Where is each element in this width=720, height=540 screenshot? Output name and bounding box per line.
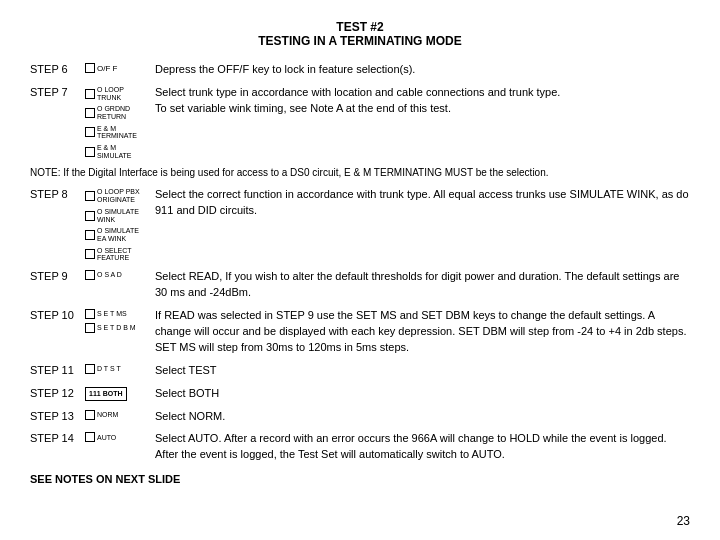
step-7-row: STEP 7 O LOOPTRUNK O GRDNDRETURN E & MTE… xyxy=(30,85,690,160)
page: TEST #2 TESTING IN A TERMINATING MODE ST… xyxy=(0,0,720,540)
checkbox-icon xyxy=(85,309,95,319)
step-13-label: STEP 13 xyxy=(30,409,85,422)
step-11-icon: D T S T xyxy=(85,363,155,374)
step-8-row: STEP 8 O LOOP PBXORIGINATE O SIMULATEWIN… xyxy=(30,187,690,262)
key-label: O SELECTFEATURE xyxy=(97,247,132,262)
key-label: AUTO xyxy=(97,434,116,441)
step-13-desc: Select NORM. xyxy=(155,409,690,425)
step-14-desc: Select AUTO. After a record with an erro… xyxy=(155,431,690,463)
key-label: O LOOP PBXORIGINATE xyxy=(97,188,140,203)
page-number: 23 xyxy=(677,514,690,528)
step-9-row: STEP 9 O S A D Select READ, If you wish … xyxy=(30,269,690,301)
key-label: O LOOPTRUNK xyxy=(97,86,124,101)
step-14-row: STEP 14 AUTO Select AUTO. After a record… xyxy=(30,431,690,463)
step-9-desc: Select READ, If you wish to alter the de… xyxy=(155,269,690,301)
checkbox-icon xyxy=(85,108,95,118)
checkbox-icon xyxy=(85,249,95,259)
step-11-desc: Select TEST xyxy=(155,363,690,379)
step-6-label: STEP 6 xyxy=(30,62,85,75)
checkbox-icon xyxy=(85,270,95,280)
checkbox-icon xyxy=(85,89,95,99)
step-11-row: STEP 11 D T S T Select TEST xyxy=(30,363,690,379)
step-12-label: STEP 12 xyxy=(30,386,85,399)
step-10-icon: S E T MS S E T D B M xyxy=(85,308,155,333)
checkbox-icon xyxy=(85,147,95,157)
key-label: S E T MS xyxy=(97,310,127,317)
step-12-row: STEP 12 111 BOTH Select BOTH xyxy=(30,386,690,402)
step-14-label: STEP 14 xyxy=(30,431,85,444)
step-11-label: STEP 11 xyxy=(30,363,85,376)
key-label: NORM xyxy=(97,411,118,418)
step-7-desc: Select trunk type in accordance with loc… xyxy=(155,85,690,117)
step-9-icon: O S A D xyxy=(85,269,155,280)
step-12-desc: Select BOTH xyxy=(155,386,690,402)
step-10-label: STEP 10 xyxy=(30,308,85,321)
step-7-label: STEP 7 xyxy=(30,85,85,98)
key-label: O GRDNDRETURN xyxy=(97,105,130,120)
key-label: O SIMULATEEA WINK xyxy=(97,227,139,242)
checkbox-icon xyxy=(85,230,95,240)
checkbox-icon xyxy=(85,432,95,442)
step-13-row: STEP 13 NORM Select NORM. xyxy=(30,409,690,425)
key-label: O S A D xyxy=(97,271,122,278)
key-label: S E T D B M xyxy=(97,324,136,331)
step-10-desc: If READ was selected in STEP 9 use the S… xyxy=(155,308,690,356)
title-line1: TEST #2 xyxy=(30,20,690,34)
step-6-icon: O/F F xyxy=(85,62,155,73)
checkbox-icon xyxy=(85,127,95,137)
step-13-icon: NORM xyxy=(85,409,155,420)
see-notes: SEE NOTES ON NEXT SLIDE xyxy=(30,473,690,485)
both-key-label: 111 xyxy=(89,390,101,397)
step-14-icon: AUTO xyxy=(85,431,155,442)
step-7-icon: O LOOPTRUNK O GRDNDRETURN E & MTERMINATE… xyxy=(85,85,155,160)
key-label: D T S T xyxy=(97,365,121,372)
checkbox-icon xyxy=(85,191,95,201)
title-block: TEST #2 TESTING IN A TERMINATING MODE xyxy=(30,20,690,48)
checkbox-icon xyxy=(85,63,95,73)
key-label: O SIMULATEWINK xyxy=(97,208,139,223)
step-9-label: STEP 9 xyxy=(30,269,85,282)
step-6-desc: Depress the OFF/F key to lock in feature… xyxy=(155,62,690,78)
both-key-icon: 111 BOTH xyxy=(85,387,127,401)
checkbox-icon xyxy=(85,323,95,333)
both-text: BOTH xyxy=(103,390,123,397)
checkbox-icon xyxy=(85,410,95,420)
step-10-row: STEP 10 S E T MS S E T D B M If READ was… xyxy=(30,308,690,356)
key-label: O/F F xyxy=(97,64,117,73)
step-12-icon: 111 BOTH xyxy=(85,386,155,401)
step-6-row: STEP 6 O/F F Depress the OFF/F key to lo… xyxy=(30,62,690,78)
key-label: E & MSIMULATE xyxy=(97,144,132,159)
checkbox-icon xyxy=(85,211,95,221)
checkbox-icon xyxy=(85,364,95,374)
step-8-icon: O LOOP PBXORIGINATE O SIMULATEWINK O SIM… xyxy=(85,187,155,262)
step-8-desc: Select the correct function in accordanc… xyxy=(155,187,690,219)
key-label: E & MTERMINATE xyxy=(97,125,137,140)
title-line2: TESTING IN A TERMINATING MODE xyxy=(30,34,690,48)
note-row: NOTE: If the Digital Interface is being … xyxy=(30,166,690,180)
step-8-label: STEP 8 xyxy=(30,187,85,200)
note-text: NOTE: If the Digital Interface is being … xyxy=(30,167,549,178)
